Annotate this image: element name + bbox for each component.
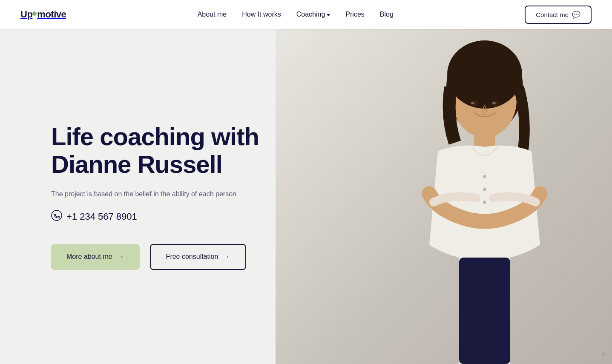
phone-number: +1 234 567 8901 <box>66 211 137 222</box>
svg-point-13 <box>492 102 496 104</box>
contact-button[interactable]: Contact me 💬 <box>525 6 592 24</box>
logo[interactable]: Upmotive <box>20 9 66 20</box>
nav-item-about[interactable]: About me <box>198 11 227 18</box>
logo-text-up: Up <box>20 9 32 20</box>
svg-point-0 <box>52 210 62 221</box>
hero-section: Life coaching with Dianne Russell The pr… <box>0 29 612 364</box>
nav-link-blog[interactable]: Blog <box>380 11 394 18</box>
hero-content: Life coaching with Dianne Russell The pr… <box>0 89 264 304</box>
more-about-me-label: More about me <box>66 253 112 261</box>
logo-dot-icon <box>32 11 37 16</box>
free-consultation-button[interactable]: Free consultation → <box>150 244 247 270</box>
svg-point-6 <box>483 188 486 191</box>
nav-links: About me How It works Coaching Prices Bl… <box>198 11 394 18</box>
svg-point-8 <box>514 119 519 123</box>
nav-link-how-it-works[interactable]: How It works <box>242 11 281 18</box>
nav-item-blog[interactable]: Blog <box>380 11 394 18</box>
hero-buttons: More about me → Free consultation → <box>51 244 264 270</box>
nav-link-prices[interactable]: Prices <box>345 11 364 18</box>
svg-point-7 <box>483 201 486 204</box>
svg-rect-14 <box>459 258 510 364</box>
hero-background: © <box>276 29 612 364</box>
nav-link-coaching[interactable]: Coaching <box>296 11 330 18</box>
contact-button-label: Contact me <box>536 11 569 18</box>
navbar: Upmotive About me How It works Coaching … <box>0 0 612 29</box>
logo-text-suffix: motive <box>37 9 66 20</box>
svg-point-9 <box>515 123 518 129</box>
nav-item-coaching[interactable]: Coaching <box>296 11 330 18</box>
arrow-right-icon-2: → <box>222 252 230 261</box>
nav-item-how-it-works[interactable]: How It works <box>242 11 281 18</box>
copyright-mark: © <box>602 352 605 357</box>
arrow-right-icon: → <box>117 252 124 261</box>
chevron-down-icon <box>327 14 330 16</box>
nav-item-prices[interactable]: Prices <box>345 11 364 18</box>
more-about-me-button[interactable]: More about me → <box>51 244 140 270</box>
chat-icon: 💬 <box>572 11 580 19</box>
nav-link-about[interactable]: About me <box>198 11 227 18</box>
hero-subtitle: The project is based on the belief in th… <box>51 190 264 198</box>
hero-image: © <box>276 29 612 364</box>
free-consultation-label: Free consultation <box>166 253 218 261</box>
hero-title: Life coaching with Dianne Russell <box>51 123 264 178</box>
hero-phone: +1 234 567 8901 <box>51 210 264 224</box>
phone-icon <box>51 210 62 224</box>
svg-point-3 <box>447 40 522 109</box>
svg-point-12 <box>471 102 474 104</box>
woman-figure <box>382 32 587 364</box>
svg-point-5 <box>483 175 486 178</box>
